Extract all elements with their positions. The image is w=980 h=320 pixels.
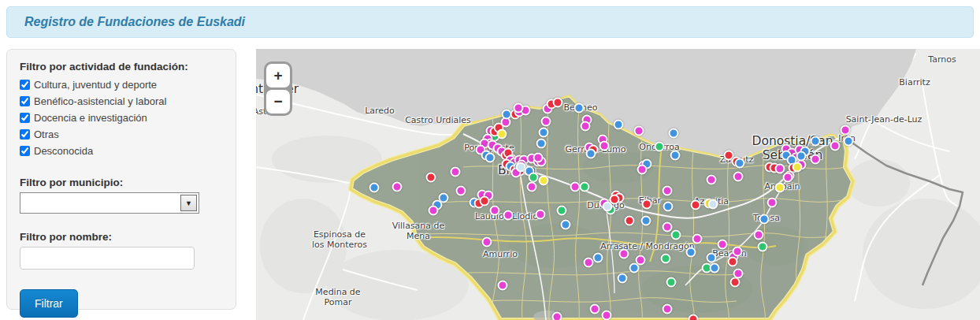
- map-marker[interactable]: [669, 128, 679, 139]
- map-marker[interactable]: [663, 222, 673, 233]
- map-marker[interactable]: [503, 210, 514, 221]
- map-marker[interactable]: [844, 136, 854, 147]
- municipality-select[interactable]: ▼: [20, 192, 199, 214]
- map-marker[interactable]: [584, 258, 594, 268]
- map-marker[interactable]: [593, 253, 603, 263]
- map-marker[interactable]: [758, 242, 768, 252]
- map-marker[interactable]: [637, 165, 648, 175]
- map-marker[interactable]: [497, 129, 507, 140]
- map-marker[interactable]: [793, 162, 803, 173]
- map-marker[interactable]: [392, 182, 403, 192]
- map-canvas[interactable]: SantanderAstilleroLaredoCastro UrdialesE…: [256, 49, 980, 320]
- map-marker[interactable]: [692, 234, 703, 244]
- map-marker[interactable]: [733, 247, 743, 257]
- activity-option-0[interactable]: Cultura, juventud y deporte: [20, 76, 223, 93]
- map-marker[interactable]: [485, 153, 496, 163]
- map-marker[interactable]: [614, 120, 624, 130]
- map-marker[interactable]: [830, 141, 841, 151]
- map-marker[interactable]: [733, 269, 744, 279]
- map-marker[interactable]: [671, 230, 681, 240]
- activity-option-4[interactable]: Desconocida: [20, 143, 223, 159]
- map-marker[interactable]: [557, 206, 567, 216]
- filter-button[interactable]: Filtrar: [20, 289, 78, 318]
- map-marker[interactable]: [754, 230, 764, 240]
- map-marker[interactable]: [527, 182, 537, 192]
- map-marker[interactable]: [426, 173, 436, 183]
- map-marker[interactable]: [775, 164, 785, 174]
- map-marker[interactable]: [610, 195, 620, 205]
- map-marker[interactable]: [641, 216, 651, 226]
- map-marker[interactable]: [775, 183, 785, 193]
- map-marker[interactable]: [767, 198, 778, 208]
- map-marker[interactable]: [590, 304, 600, 314]
- map-marker[interactable]: [663, 304, 673, 314]
- map-marker[interactable]: [482, 237, 492, 247]
- activity-option-1[interactable]: Benéfico-asistencial y laboral: [20, 93, 223, 110]
- map-marker[interactable]: [600, 141, 610, 151]
- map-marker[interactable]: [642, 199, 652, 210]
- map-marker[interactable]: [586, 149, 596, 159]
- map-marker[interactable]: [691, 200, 701, 210]
- map-marker[interactable]: [708, 199, 718, 210]
- map-marker[interactable]: [480, 196, 490, 207]
- map-marker[interactable]: [429, 206, 439, 216]
- map-marker[interactable]: [553, 98, 563, 108]
- map-marker[interactable]: [539, 176, 549, 186]
- map-marker[interactable]: [728, 257, 738, 267]
- map-marker[interactable]: [735, 158, 745, 169]
- map-marker[interactable]: [686, 247, 696, 258]
- map-marker[interactable]: [629, 263, 640, 273]
- map-marker[interactable]: [498, 281, 508, 291]
- map-marker[interactable]: [666, 277, 677, 288]
- map-marker[interactable]: [602, 311, 612, 320]
- map-marker[interactable]: [625, 216, 635, 226]
- map-marker[interactable]: [663, 186, 673, 196]
- activity-checkbox[interactable]: [20, 146, 30, 156]
- map-marker[interactable]: [663, 202, 674, 212]
- map-marker[interactable]: [783, 173, 793, 183]
- map-marker[interactable]: [811, 154, 821, 165]
- map-marker[interactable]: [456, 186, 466, 196]
- map-marker[interactable]: [561, 220, 571, 230]
- activity-option-3[interactable]: Otras: [20, 126, 223, 143]
- map-marker[interactable]: [490, 206, 500, 216]
- map-marker[interactable]: [811, 136, 821, 147]
- map-marker[interactable]: [536, 210, 546, 220]
- map-marker[interactable]: [655, 142, 665, 152]
- map-marker[interactable]: [369, 183, 380, 193]
- map-marker[interactable]: [619, 249, 629, 259]
- map-marker[interactable]: [580, 182, 590, 192]
- map-marker[interactable]: [529, 173, 539, 183]
- map-marker[interactable]: [707, 253, 717, 263]
- activity-option-2[interactable]: Docencia e investigación: [20, 110, 223, 126]
- map-marker[interactable]: [634, 126, 644, 136]
- map-marker[interactable]: [710, 263, 720, 273]
- activity-checkbox[interactable]: [20, 80, 30, 90]
- map-marker[interactable]: [574, 103, 585, 113]
- name-input[interactable]: [20, 247, 195, 270]
- map-marker[interactable]: [536, 139, 547, 149]
- map-marker[interactable]: [581, 121, 591, 132]
- map-marker[interactable]: [670, 151, 681, 161]
- map-marker[interactable]: [841, 125, 851, 136]
- zoom-out-button[interactable]: −: [266, 90, 290, 113]
- map-marker[interactable]: [533, 153, 544, 163]
- chevron-down-icon[interactable]: ▼: [180, 195, 197, 211]
- map-marker[interactable]: [618, 273, 628, 284]
- activity-checkbox[interactable]: [20, 96, 30, 106]
- map-marker[interactable]: [733, 172, 744, 182]
- map-marker[interactable]: [541, 117, 551, 127]
- map-marker[interactable]: [514, 103, 524, 113]
- map-marker[interactable]: [539, 128, 549, 138]
- map-marker[interactable]: [707, 175, 717, 185]
- zoom-in-button[interactable]: +: [266, 64, 290, 87]
- map-marker[interactable]: [796, 151, 807, 162]
- activity-checkbox[interactable]: [20, 113, 30, 123]
- map-marker[interactable]: [552, 312, 562, 320]
- map-marker[interactable]: [689, 314, 699, 320]
- activity-checkbox[interactable]: [20, 129, 30, 140]
- map-marker[interactable]: [718, 240, 728, 250]
- map-marker[interactable]: [451, 167, 461, 177]
- map-marker[interactable]: [759, 214, 770, 225]
- map-marker[interactable]: [661, 254, 671, 264]
